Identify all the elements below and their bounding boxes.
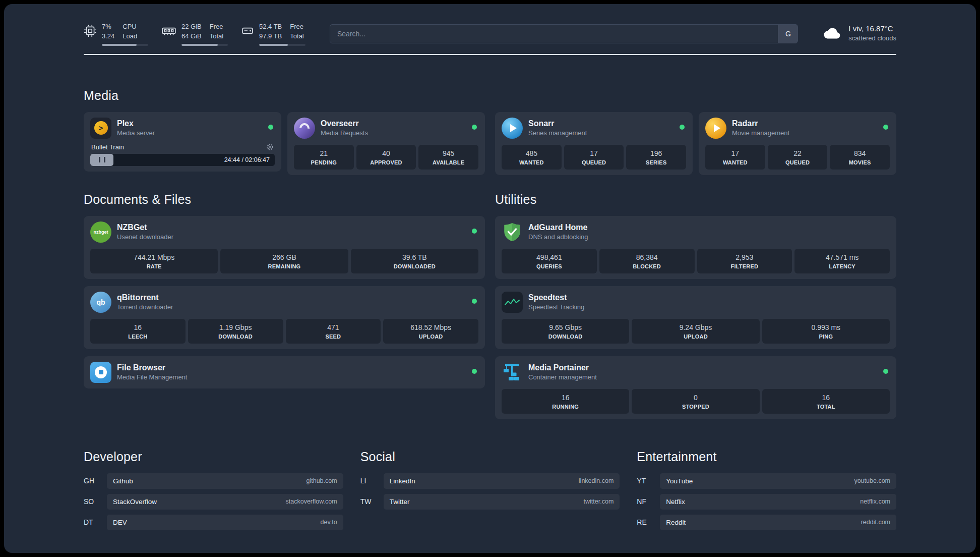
pause-button[interactable] [90,154,113,166]
adguard-icon [502,221,523,243]
disk-total-value: 97.9 TB [259,32,282,41]
memory-total-label: Total [210,32,223,41]
stat-tile: 618.52 MbpsUPLOAD [383,319,478,344]
stat-tile: 9.24 GbpsUPLOAD [632,319,759,344]
disk-total-label: Total [290,32,303,41]
player-time: 24:44 / 02:06:47 [224,154,270,166]
memory-free-value: 22 GiB [181,22,202,32]
service-desc: Container management [528,373,597,381]
bookmark-domain: stackoverflow.com [286,498,337,505]
player-progress-bar[interactable]: 24:44 / 02:06:47 [90,154,275,166]
top-bar: 7% 3.24 CPU Load 22 GiB [84,4,896,46]
section-title-social: Social [360,450,620,464]
bookmark-name: Reddit [666,519,686,526]
stat-tile: 744.21 MbpsRATE [90,249,218,273]
bookmark-link-github[interactable]: Github github.com [107,473,343,489]
search-input[interactable] [330,25,778,43]
memory-icon [161,24,176,37]
service-card-sonarr[interactable]: Sonarr Series management 485WANTED 17QUE… [495,112,693,175]
search-provider-button[interactable]: G [778,25,798,43]
bookmark-link-youtube[interactable]: YouTube youtube.com [660,473,896,489]
cpu-load-value: 3.24 [102,32,114,41]
weather-location: Lviv, 16.87°C [848,23,896,34]
stat-tile: 0.993 msPING [762,319,890,344]
cpu-label: CPU [122,22,137,32]
bookmark-abbr: TW [360,497,384,506]
bookmark-row: RE Reddit reddit.com [637,515,896,530]
search-bar: G [330,24,798,43]
service-name: File Browser [117,363,187,372]
memory-total-value: 64 GiB [181,32,202,41]
bookmark-link-reddit[interactable]: Reddit reddit.com [660,515,896,530]
service-card-overseerr[interactable]: Overseerr Media Requests 21PENDING 40APP… [287,112,485,175]
bookmark-link-linkedin[interactable]: LinkedIn linkedin.com [384,473,620,489]
service-name: Media Portainer [528,363,597,372]
service-name: Sonarr [528,119,587,128]
bookmark-link-netflix[interactable]: Netflix netflix.com [660,494,896,510]
cpu-widget: 7% 3.24 CPU Load [84,22,148,46]
service-card-portainer[interactable]: Media Portainer Container management 16R… [495,356,896,419]
bookmark-link-stackoverflow[interactable]: StackOverflow stackoverflow.com [107,494,343,510]
service-card-plex[interactable]: > Plex Media server Bullet Train [84,112,281,172]
portainer-icon [502,362,523,383]
bookmark-domain: netflix.com [860,498,890,505]
bookmark-domain: linkedin.com [579,477,614,484]
cpu-icon [84,24,97,37]
overseerr-icon [294,118,315,139]
section-title-developer: Developer [84,450,343,464]
stat-tile: 471SEED [286,319,381,344]
weather-condition: scattered clouds [848,34,896,43]
bookmark-name: StackOverflow [113,498,157,506]
service-card-radarr[interactable]: Radarr Movie management 17WANTED 22QUEUE… [699,112,896,175]
stat-tile: 9.65 GbpsDOWNLOAD [502,319,629,344]
memory-usage-bar [181,44,228,46]
bookmark-abbr: SO [84,497,107,506]
stat-tile: 17WANTED [705,145,765,170]
stat-tile: 47.571 msLATENCY [794,249,890,273]
bookmark-abbr: RE [637,518,660,526]
dashboard: 7% 3.24 CPU Load 22 GiB [4,4,976,553]
service-card-filebrowser[interactable]: File Browser Media File Management [84,356,485,388]
status-dot [883,369,888,374]
stat-tile: 196SERIES [626,145,686,170]
qbittorrent-icon: qb [90,292,111,313]
service-name: AdGuard Home [528,222,588,232]
cloud-icon [822,26,842,40]
status-dot [472,299,477,304]
stat-tile: 16TOTAL [762,389,890,414]
stat-tile: 16RUNNING [502,389,629,414]
stat-tile: 485WANTED [502,145,562,170]
gear-icon[interactable] [266,143,274,151]
bookmark-row: SO StackOverflow stackoverflow.com [84,494,343,510]
service-card-adguard[interactable]: AdGuard Home DNS and adblocking 498,461Q… [495,216,896,279]
section-media: Media > Plex Media server Bullet [84,88,896,175]
bookmark-abbr: YT [637,477,660,485]
stat-tile: 40APPROVED [356,145,416,170]
disk-free-label: Free [290,22,303,32]
bookmark-abbr: NF [637,497,660,506]
section-title-utilities: Utilities [495,192,896,207]
service-desc: DNS and adblocking [528,233,588,241]
service-desc: Usenet downloader [117,233,173,241]
service-desc: Media server [117,129,155,137]
service-desc: Media Requests [321,129,368,137]
bookmark-row: YT YouTube youtube.com [637,473,896,489]
bookmark-domain: reddit.com [861,519,890,526]
service-card-qbittorrent[interactable]: qb qBittorrent Torrent downloader 16LEEC… [84,286,485,349]
bookmark-name: LinkedIn [390,477,415,485]
bookmark-row: DT DEV dev.to [84,515,343,530]
stat-tile: 498,461QUERIES [502,249,597,273]
bookmark-link-twitter[interactable]: Twitter twitter.com [384,494,620,510]
cpu-percent: 7% [102,22,114,32]
bookmark-abbr: GH [84,477,107,485]
service-card-nzbget[interactable]: nzbget NZBGet Usenet downloader 744.21 M… [84,216,485,279]
bookmark-domain: youtube.com [854,477,890,484]
bookmark-group-developer: Developer GH Github github.com SO StackO… [84,450,343,535]
bookmark-group-social: Social LI LinkedIn linkedin.com TW Twitt… [360,450,620,535]
bookmark-row: GH Github github.com [84,473,343,489]
service-card-speedtest[interactable]: Speedtest Speedtest Tracking 9.65 GbpsDO… [495,286,896,349]
bookmark-link-dev[interactable]: DEV dev.to [107,515,343,530]
bookmark-group-entertainment: Entertainment YT YouTube youtube.com NF … [637,450,896,535]
cpu-load-label: Load [122,32,137,41]
bookmark-abbr: LI [360,477,384,485]
